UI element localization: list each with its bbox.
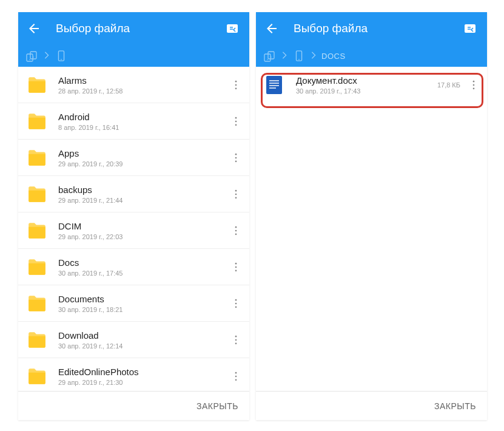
close-button[interactable]: ЗАКРЫТЬ [197,401,238,411]
devices-icon[interactable] [25,49,39,63]
row-text: Android 8 апр. 2019 г., 16:41 [58,112,229,131]
more-button[interactable] [229,329,243,351]
folder-icon [27,366,47,387]
row-name: DCIM [58,221,229,232]
row-name: Documents [58,294,229,305]
more-button[interactable] [229,147,243,169]
phone-storage-icon[interactable] [55,49,68,63]
back-button[interactable] [27,21,41,36]
folder-icon [27,148,47,168]
folder-icon [27,111,47,132]
folder-row[interactable]: Documents 30 апр. 2019 г., 18:21 [18,285,249,322]
folder-icon [27,257,47,277]
file-picker-panel-left: Выбор файла Alarms 28 апр. 2019 г., 12:5… [18,12,249,420]
row-sub: 8 апр. 2019 г., 16:41 [58,124,229,131]
footer: ЗАКРЫТЬ [256,391,487,420]
row-sub: 29 апр. 2019 г., 22:03 [58,233,229,240]
row-size: 17,8 КБ [437,81,460,89]
row-text: DCIM 29 апр. 2019 г., 22:03 [58,221,229,240]
folder-row[interactable]: DCIM 29 апр. 2019 г., 22:03 [18,212,249,249]
close-button[interactable]: ЗАКРЫТЬ [434,401,476,411]
folder-row[interactable]: Apps 29 апр. 2019 г., 20:39 [18,140,249,176]
row-sub: 30 апр. 2019 г., 12:14 [58,342,229,350]
more-button[interactable] [229,110,243,132]
more-button[interactable] [229,293,243,314]
row-name: EditedOnlinePhotos [58,367,229,378]
folder-icon [27,330,47,350]
more-button[interactable] [229,183,243,205]
folder-icon [27,220,47,241]
row-name: Download [58,330,229,341]
row-text: Документ.docx 30 апр. 2019 г., 17:43 [296,75,437,95]
new-folder-button[interactable] [462,20,479,37]
header-title: Выбор файла [56,22,224,35]
header: Выбор файла [18,12,249,45]
folder-row[interactable]: Alarms 28 апр. 2019 г., 12:58 [18,67,249,103]
devices-icon[interactable] [263,49,277,63]
row-text: Download 30 апр. 2019 г., 12:14 [58,330,229,350]
phone-storage-icon[interactable] [292,49,306,63]
new-folder-button[interactable] [224,20,241,37]
row-sub: 29 апр. 2019 г., 21:30 [58,379,229,386]
row-sub: 30 апр. 2019 г., 17:43 [296,87,437,95]
folder-row[interactable]: backups 29 апр. 2019 г., 21:44 [18,176,249,212]
row-sub: 29 апр. 2019 г., 21:44 [58,197,229,204]
file-list: Документ.docx 30 апр. 2019 г., 17:43 17,… [256,67,487,391]
row-text: Docs 30 апр. 2019 г., 17:45 [58,257,229,277]
chevron-right-icon [280,50,289,63]
back-button[interactable] [264,21,279,36]
row-text: Apps 29 апр. 2019 г., 20:39 [58,148,229,168]
doc-file-icon [264,75,285,95]
more-button[interactable] [229,220,243,242]
file-picker-panel-right: Выбор файла DOCS Документ.docx 30 апр. 2… [256,12,487,420]
folder-row[interactable]: Docs 30 апр. 2019 г., 17:45 [18,249,249,285]
folder-row[interactable]: Android 8 апр. 2019 г., 16:41 [18,103,249,140]
row-sub: 29 апр. 2019 г., 20:39 [58,160,229,168]
row-text: backups 29 апр. 2019 г., 21:44 [58,185,229,204]
more-button[interactable] [229,74,243,96]
header-title: Выбор файла [294,22,462,35]
folder-icon [27,184,47,205]
folder-row[interactable]: EditedOnlinePhotos 29 апр. 2019 г., 21:3… [18,358,249,391]
row-name: Docs [58,257,229,268]
file-row[interactable]: Документ.docx 30 апр. 2019 г., 17:43 17,… [256,67,487,103]
more-button[interactable] [229,365,243,387]
footer: ЗАКРЫТЬ [18,391,249,420]
header: Выбор файла [256,12,487,45]
row-name: Apps [58,148,229,159]
row-name: backups [58,185,229,195]
chevron-right-icon [42,50,51,63]
breadcrumb-folder[interactable]: DOCS [321,52,346,61]
row-text: EditedOnlinePhotos 29 апр. 2019 г., 21:3… [58,367,229,386]
row-name: Документ.docx [296,75,437,86]
row-name: Android [58,112,229,123]
breadcrumb [18,45,249,67]
folder-icon [27,75,47,95]
breadcrumb: DOCS [256,45,487,67]
row-text: Alarms 28 апр. 2019 г., 12:58 [58,75,229,95]
row-text: Documents 30 апр. 2019 г., 18:21 [58,294,229,313]
row-sub: 28 апр. 2019 г., 12:58 [58,87,229,95]
row-sub: 30 апр. 2019 г., 17:45 [58,270,229,277]
row-name: Alarms [58,75,229,86]
folder-icon [27,293,47,314]
folder-row[interactable]: Download 30 апр. 2019 г., 12:14 [18,322,249,358]
more-button[interactable] [229,256,243,278]
file-list: Alarms 28 апр. 2019 г., 12:58 Android 8 … [18,67,249,391]
row-sub: 30 апр. 2019 г., 18:21 [58,306,229,313]
chevron-right-icon [309,50,318,63]
more-button[interactable] [466,74,481,96]
